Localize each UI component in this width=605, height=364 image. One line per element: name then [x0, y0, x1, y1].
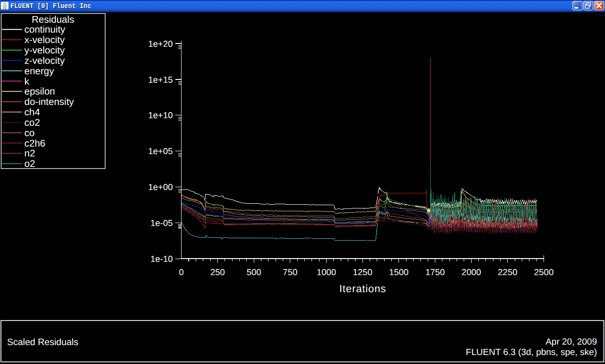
svg-text:1000: 1000 — [317, 267, 336, 277]
svg-text:ch4: ch4 — [25, 107, 40, 118]
svg-text:n2: n2 — [25, 148, 35, 159]
svg-text:energy: energy — [25, 66, 54, 77]
svg-text:1e-05: 1e-05 — [150, 218, 173, 228]
svg-text:z-velocity: z-velocity — [25, 55, 65, 66]
svg-text:1e-10: 1e-10 — [150, 254, 173, 264]
svg-text:Apr 20, 2009: Apr 20, 2009 — [545, 337, 597, 347]
svg-text:x-velocity: x-velocity — [25, 35, 65, 45]
svg-text:1e+15: 1e+15 — [148, 75, 173, 85]
svg-text:continuity: continuity — [25, 24, 66, 35]
svg-text:1e+20: 1e+20 — [148, 39, 173, 49]
svg-text:co2: co2 — [25, 117, 40, 128]
svg-text:do-intensity: do-intensity — [25, 96, 75, 107]
svg-text:co: co — [25, 128, 35, 139]
svg-text:k: k — [25, 76, 30, 87]
svg-text:250: 250 — [210, 267, 225, 277]
svg-text:c2h6: c2h6 — [25, 138, 45, 149]
svg-text:Residuals: Residuals — [32, 14, 74, 25]
svg-text:1e+10: 1e+10 — [148, 110, 173, 120]
svg-text:1500: 1500 — [389, 267, 408, 277]
svg-text:2000: 2000 — [462, 267, 481, 277]
svg-text:y-velocity: y-velocity — [25, 45, 65, 56]
svg-text:500: 500 — [247, 267, 261, 277]
svg-text:FLUENT 6.3 (3d, pbns, spe, ske: FLUENT 6.3 (3d, pbns, spe, ske) — [466, 347, 597, 357]
svg-text:Iterations: Iterations — [339, 283, 387, 295]
svg-text:2500: 2500 — [534, 267, 553, 277]
svg-text:1e+05: 1e+05 — [148, 146, 173, 156]
svg-text:FS: FS — [3, 7, 7, 9]
svg-text:0: 0 — [179, 267, 184, 277]
svg-text:1250: 1250 — [353, 267, 372, 277]
svg-text:1e+00: 1e+00 — [148, 182, 173, 192]
svg-text:o2: o2 — [25, 158, 35, 169]
svg-text:750: 750 — [283, 267, 297, 277]
svg-text:Scaled Residuals: Scaled Residuals — [7, 337, 78, 347]
svg-text:epsilon: epsilon — [25, 86, 55, 97]
svg-text:1750: 1750 — [425, 267, 445, 277]
svg-text:2250: 2250 — [498, 267, 517, 277]
